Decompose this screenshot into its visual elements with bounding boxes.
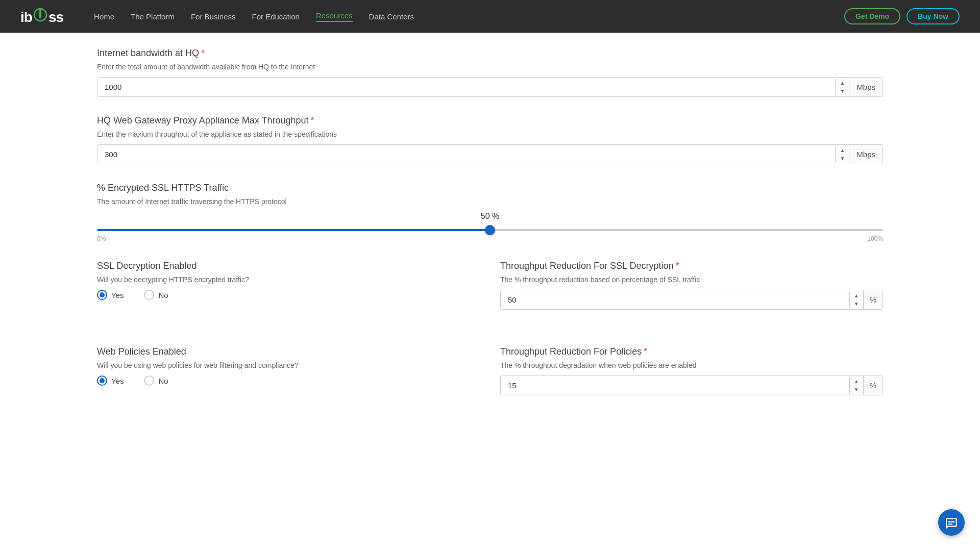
- ssl-traffic-title: % Encrypted SSL HTTPS Traffic: [97, 183, 883, 193]
- ssl-slider-value: 50 %: [97, 212, 883, 221]
- nav-datacenters[interactable]: Data Centers: [369, 12, 414, 21]
- policies-reduction-unit: %: [863, 376, 883, 395]
- ssl-traffic-section: % Encrypted SSL HTTPS Traffic The amount…: [97, 183, 883, 242]
- policies-no-label: No: [158, 377, 168, 385]
- ssl-reduction-title: Throughput Reduction For SSL Decryption*: [500, 261, 883, 271]
- web-policies-radio-group: Yes No: [97, 375, 480, 386]
- ssl-reduction-down[interactable]: ▼: [850, 300, 863, 308]
- throughput-required: *: [311, 115, 314, 126]
- ssl-reduction-required: *: [676, 261, 679, 271]
- throughput-input-row: ▲ ▼ Mbps: [97, 144, 883, 164]
- svg-point-2: [39, 9, 41, 11]
- nav-home[interactable]: Home: [94, 12, 114, 21]
- ssl-slider-labels: 0% 100%: [97, 235, 883, 242]
- ssl-traffic-desc: The amount of Internet traffic traversin…: [97, 197, 883, 206]
- ssl-reduction-unit: %: [863, 290, 883, 309]
- ssl-decryption-row: SSL Decryption Enabled Will you be decry…: [97, 261, 883, 328]
- nav-business[interactable]: For Business: [191, 12, 236, 21]
- policies-reduction-spinner[interactable]: ▲ ▼: [849, 378, 863, 394]
- ssl-yes-option[interactable]: Yes: [97, 290, 124, 300]
- ssl-reduction-up[interactable]: ▲: [850, 292, 863, 300]
- nav-resources[interactable]: Resources: [316, 11, 353, 22]
- get-demo-button[interactable]: Get Demo: [844, 8, 900, 24]
- bandwidth-section: Internet bandwidth at HQ* Enter the tota…: [97, 48, 883, 97]
- policies-yes-radio[interactable]: [97, 375, 107, 386]
- policies-reduction-required: *: [644, 346, 647, 357]
- bandwidth-unit: Mbps: [849, 78, 883, 96]
- policies-no-option[interactable]: No: [144, 375, 168, 386]
- ssl-reduction-input-row: ▲ ▼ %: [500, 290, 883, 310]
- ssl-reduction-section: Throughput Reduction For SSL Decryption*…: [500, 261, 883, 310]
- nav-education[interactable]: For Education: [252, 12, 299, 21]
- navbar-buttons: Get Demo Buy Now: [844, 8, 960, 24]
- web-policies-title: Web Policies Enabled: [97, 346, 480, 357]
- policies-reduction-input[interactable]: [501, 376, 849, 395]
- web-policies-desc: Will you be using web policies for web f…: [97, 361, 480, 369]
- ssl-decryption-desc: Will you be decrypting HTTPS encrypted t…: [97, 276, 480, 284]
- throughput-down[interactable]: ▼: [836, 155, 849, 163]
- policies-reduction-section: Throughput Reduction For Policies* The %…: [500, 346, 883, 395]
- logo: ibss: [20, 8, 63, 26]
- web-policies-row: Web Policies Enabled Will you be using w…: [97, 346, 883, 414]
- throughput-spinner[interactable]: ▲ ▼: [835, 146, 849, 163]
- throughput-desc: Enter the maxium throughput of the appli…: [97, 130, 883, 138]
- ssl-decryption-title: SSL Decryption Enabled: [97, 261, 480, 271]
- policies-reduction-desc: The % throughput degradation when web po…: [500, 361, 883, 369]
- policies-no-radio[interactable]: [144, 375, 154, 386]
- throughput-input[interactable]: [97, 145, 835, 164]
- bandwidth-desc: Enter the total amount of bandwidth avai…: [97, 63, 883, 71]
- ssl-slider-container: 0% 100%: [97, 224, 883, 242]
- main-content: Internet bandwidth at HQ* Enter the tota…: [0, 33, 980, 447]
- navbar: ibss Home The Platform For Business For …: [0, 0, 980, 33]
- bandwidth-down[interactable]: ▼: [836, 87, 849, 95]
- throughput-up[interactable]: ▲: [836, 146, 849, 155]
- ssl-yes-label: Yes: [111, 291, 124, 299]
- slider-max-label: 100%: [867, 235, 883, 242]
- ssl-yes-radio[interactable]: [97, 290, 107, 300]
- policies-yes-option[interactable]: Yes: [97, 375, 124, 386]
- ssl-decryption-section: SSL Decryption Enabled Will you be decry…: [97, 261, 480, 310]
- policies-reduction-input-row: ▲ ▼ %: [500, 375, 883, 395]
- ssl-reduction-input[interactable]: [501, 290, 849, 309]
- bandwidth-up[interactable]: ▲: [836, 79, 849, 87]
- bandwidth-input[interactable]: [97, 78, 835, 96]
- buy-now-button[interactable]: Buy Now: [906, 8, 960, 24]
- slider-min-label: 0%: [97, 235, 106, 242]
- policies-yes-label: Yes: [111, 377, 124, 385]
- bandwidth-title: Internet bandwidth at HQ*: [97, 48, 883, 59]
- ssl-no-option[interactable]: No: [144, 290, 168, 300]
- throughput-section: HQ Web Gateway Proxy Appliance Max Throu…: [97, 115, 883, 164]
- web-policies-section: Web Policies Enabled Will you be using w…: [97, 346, 480, 395]
- policies-reduction-down[interactable]: ▼: [850, 386, 863, 394]
- ssl-reduction-desc: The % throughput reduction based on perc…: [500, 276, 883, 284]
- policies-reduction-up[interactable]: ▲: [850, 378, 863, 386]
- bandwidth-required: *: [201, 48, 205, 58]
- ssl-no-label: No: [158, 291, 168, 299]
- policies-reduction-title: Throughput Reduction For Policies*: [500, 346, 883, 357]
- nav-links: Home The Platform For Business For Educa…: [94, 11, 844, 22]
- svg-rect-1: [39, 11, 41, 18]
- logo-text: ibss: [20, 8, 63, 26]
- ssl-decryption-radio-group: Yes No: [97, 290, 480, 300]
- bandwidth-spinner[interactable]: ▲ ▼: [835, 79, 849, 95]
- ssl-slider[interactable]: [97, 229, 883, 231]
- ssl-reduction-spinner[interactable]: ▲ ▼: [849, 292, 863, 308]
- logo-icon: [33, 8, 47, 22]
- ssl-no-radio[interactable]: [144, 290, 154, 300]
- throughput-title: HQ Web Gateway Proxy Appliance Max Throu…: [97, 115, 883, 126]
- nav-platform[interactable]: The Platform: [131, 12, 175, 21]
- bandwidth-input-row: ▲ ▼ Mbps: [97, 77, 883, 97]
- throughput-unit: Mbps: [849, 145, 883, 164]
